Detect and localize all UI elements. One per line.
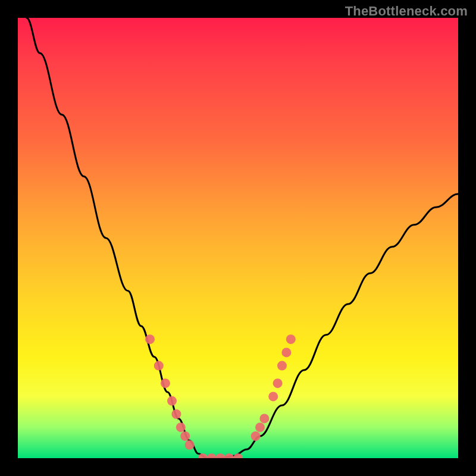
- watermark-text: TheBottleneck.com: [345, 4, 468, 19]
- chart-frame: TheBottleneck.com: [0, 0, 476, 476]
- curve-marker-dot: [286, 334, 296, 344]
- chart-plot-area: [18, 18, 458, 458]
- curve-marker-dot: [281, 347, 291, 357]
- chart-svg: [18, 18, 458, 458]
- curve-marker-dot: [207, 453, 217, 458]
- curve-marker-dot: [215, 453, 225, 458]
- curve-marker-dot: [268, 392, 278, 401]
- curve-marker-dot: [167, 396, 177, 406]
- curve-marker-dot: [185, 440, 195, 450]
- curve-marker-dot: [233, 453, 243, 458]
- curve-marker-dot: [251, 431, 261, 441]
- curve-marker-dot: [259, 414, 269, 423]
- curve-marker-dot: [277, 361, 287, 371]
- curve-marker-dot: [145, 334, 155, 344]
- curve-marker-dot: [180, 431, 190, 441]
- curve-marker-dot: [176, 422, 186, 432]
- chart-layer: [27, 18, 458, 458]
- curve-marker-dot: [161, 378, 170, 388]
- curve-marker-dot: [255, 422, 265, 432]
- curve-marker-dot: [171, 409, 181, 419]
- curve-marker-dot: [154, 361, 164, 371]
- bottleneck-curve-path: [27, 18, 458, 458]
- curve-marker-dot: [224, 453, 234, 458]
- curve-marker-dot: [273, 378, 283, 388]
